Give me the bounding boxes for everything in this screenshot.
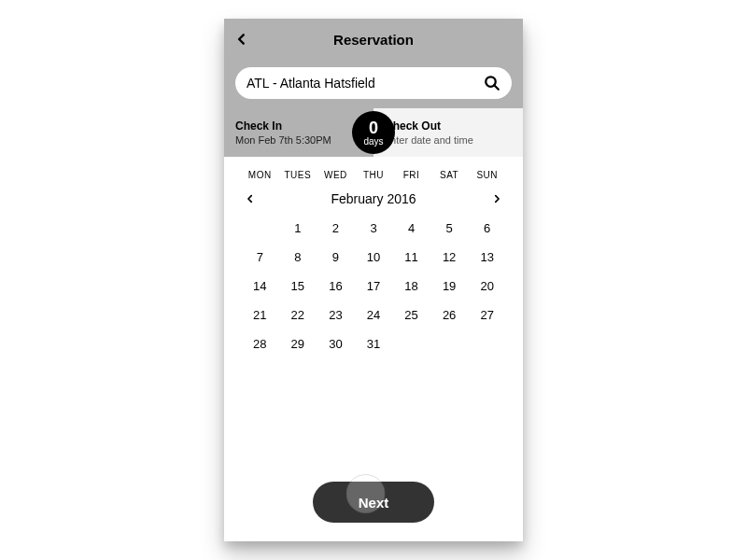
calendar-day[interactable]: 30	[317, 337, 355, 351]
chevron-left-icon	[235, 33, 248, 46]
days-count-badge: 0 days	[352, 111, 395, 154]
calendar: MONTUESWEDTHUFRISATSUN February 2016 123…	[224, 157, 523, 351]
calendar-day[interactable]: 19	[430, 279, 469, 293]
check-in-label: Check In	[235, 119, 362, 133]
check-in-value: Mon Feb 7th 5:30PM	[235, 134, 362, 146]
next-button[interactable]: Next	[313, 482, 434, 523]
calendar-day[interactable]: 22	[279, 308, 317, 322]
check-out-panel[interactable]: Check Out enter date and time	[374, 108, 523, 157]
chevron-left-icon	[246, 194, 255, 203]
dow-label: WED	[317, 170, 355, 180]
calendar-empty-cell	[241, 221, 279, 235]
calendar-day[interactable]: 31	[355, 337, 393, 351]
dow-label: SAT	[430, 170, 469, 180]
calendar-day[interactable]: 24	[355, 308, 393, 322]
days-count-unit: days	[363, 137, 383, 147]
calendar-day[interactable]: 3	[355, 221, 393, 235]
calendar-day[interactable]: 14	[241, 279, 279, 293]
calendar-day[interactable]: 27	[468, 308, 506, 322]
dow-label: FRI	[392, 170, 430, 180]
check-out-value: enter date and time	[385, 134, 512, 146]
calendar-day[interactable]: 11	[392, 250, 430, 264]
dow-label: THU	[355, 170, 393, 180]
calendar-day[interactable]: 6	[468, 221, 506, 235]
search-field[interactable]	[235, 67, 512, 99]
title-bar: Reservation	[224, 19, 523, 60]
phone-frame: Reservation Check In Mon Feb 7th 5:30PM …	[224, 19, 523, 541]
calendar-day[interactable]: 12	[430, 250, 469, 264]
calendar-day[interactable]: 26	[430, 308, 469, 322]
calendar-grid: 1234567891011121314151617181920212223242…	[241, 221, 506, 351]
calendar-day[interactable]: 7	[241, 250, 279, 264]
check-dates-row: Check In Mon Feb 7th 5:30PM Check Out en…	[224, 108, 523, 157]
svg-line-1	[494, 85, 499, 90]
calendar-day[interactable]: 10	[355, 250, 393, 264]
calendar-day[interactable]: 16	[317, 279, 355, 293]
calendar-day[interactable]: 29	[279, 337, 317, 351]
dow-label: TUES	[279, 170, 317, 180]
chevron-right-icon	[492, 194, 501, 203]
days-count-number: 0	[369, 119, 378, 136]
back-button[interactable]	[235, 19, 248, 60]
search-section	[224, 60, 523, 108]
calendar-day[interactable]: 28	[241, 337, 279, 351]
calendar-day[interactable]: 23	[317, 308, 355, 322]
calendar-day[interactable]: 1	[279, 221, 317, 235]
dow-label: SUN	[468, 170, 506, 180]
search-input[interactable]	[247, 76, 484, 91]
calendar-day[interactable]: 4	[392, 221, 430, 235]
calendar-day[interactable]: 2	[317, 221, 355, 235]
calendar-day[interactable]: 17	[355, 279, 393, 293]
month-label: February 2016	[331, 191, 416, 206]
next-month-button[interactable]	[487, 189, 506, 208]
calendar-day[interactable]: 13	[468, 250, 506, 264]
check-in-panel[interactable]: Check In Mon Feb 7th 5:30PM	[224, 108, 374, 157]
month-nav-row: February 2016	[241, 189, 506, 208]
prev-month-button[interactable]	[241, 189, 260, 208]
calendar-day[interactable]: 18	[392, 279, 430, 293]
day-of-week-header: MONTUESWEDTHUFRISATSUN	[241, 170, 506, 180]
calendar-day[interactable]: 25	[392, 308, 430, 322]
calendar-day[interactable]: 21	[241, 308, 279, 322]
dow-label: MON	[241, 170, 279, 180]
calendar-day[interactable]: 8	[279, 250, 317, 264]
check-out-label: Check Out	[385, 119, 512, 133]
calendar-day[interactable]: 20	[468, 279, 506, 293]
calendar-day[interactable]: 5	[430, 221, 469, 235]
page-title: Reservation	[333, 32, 414, 48]
search-icon	[484, 75, 500, 91]
calendar-day[interactable]: 15	[279, 279, 317, 293]
calendar-day[interactable]: 9	[317, 250, 355, 264]
